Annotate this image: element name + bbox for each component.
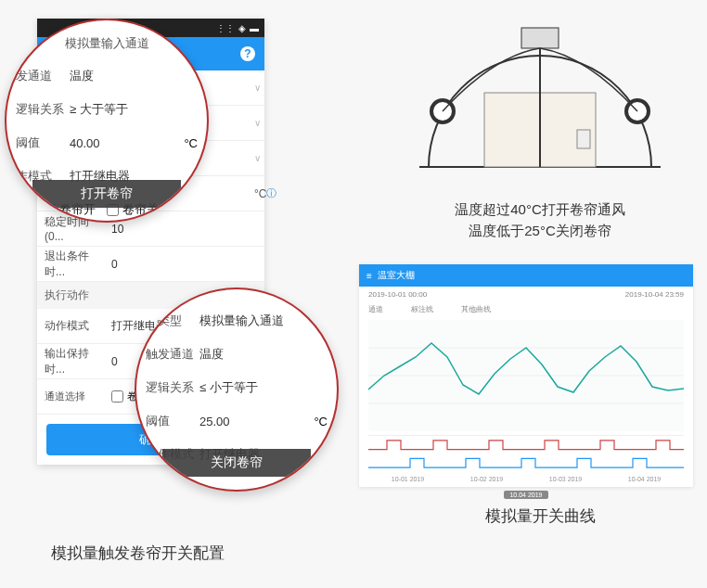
control-other: 其他曲线 <box>461 304 491 314</box>
info-icon[interactable]: ⓘ <box>266 186 276 200</box>
help-icon[interactable]: ? <box>240 46 255 61</box>
menu-icon[interactable]: ≡ <box>366 271 372 281</box>
lens2-source-value: 模拟量输入通道 <box>199 313 328 329</box>
lens-logic-label: 逻辑关系 <box>16 101 70 118</box>
lens2-logic-label: 逻辑关系 <box>146 379 199 396</box>
date-end[interactable]: 2019-10-04 23:59 <box>625 290 684 299</box>
description-text: 温度超过40°C打开卷帘通风 温度低于25°C关闭卷帘 <box>401 199 679 241</box>
chevron-down-icon[interactable]: ∨ <box>254 83 261 93</box>
signal-icon: ⋮⋮ <box>216 23 235 33</box>
open-checkbox[interactable] <box>111 390 123 403</box>
magnify-lens-close: 源类型模拟量输入通道 触发通道温度 逻辑关系≤ 小于等于 阈值25.00°C 动… <box>135 288 339 492</box>
wifi-icon: ◈ <box>238 23 246 33</box>
chart-header: ≡ 温室大棚 <box>359 264 693 287</box>
stable-time-row: 稳定时间(0... <box>37 211 264 247</box>
control-marker: 标注线 <box>411 304 433 314</box>
threshold-unit: °C <box>254 187 266 200</box>
x-tick: 10-04 2019 <box>628 476 661 482</box>
lens-threshold-value: 40.00 <box>70 136 184 150</box>
battery-icon: ▬ <box>250 23 259 33</box>
mode-label: 动作模式 <box>45 318 108 334</box>
lens-channel-label: 发通道 <box>16 68 70 84</box>
x-tick: 10-02 2019 <box>470 476 503 482</box>
chevron-down-icon[interactable]: ∨ <box>254 153 261 163</box>
digital-chart[interactable] <box>368 435 684 472</box>
lens-caption-close: 关闭卷帘 <box>162 449 311 477</box>
greenhouse-diagram <box>401 19 679 185</box>
lens2-threshold-label: 阈值 <box>146 413 199 429</box>
lens2-threshold-unit: °C <box>314 415 328 428</box>
line-chart[interactable] <box>368 320 684 431</box>
x-tick: 10-01 2019 <box>392 476 424 482</box>
chart-caption: 模拟量开关曲线 <box>401 505 679 527</box>
lens-threshold-label: 阈值 <box>16 134 70 151</box>
svg-rect-7 <box>521 28 559 48</box>
chevron-down-icon[interactable]: ∨ <box>254 118 261 128</box>
control-channel: 通道 <box>368 304 383 314</box>
lens-threshold-unit: °C <box>184 136 198 150</box>
lens2-channel-label: 触发通道 <box>146 346 199 363</box>
lens2-threshold-value: 25.00 <box>199 415 314 428</box>
lens-logic-value: ≥ 大于等于 <box>70 101 198 118</box>
channel-select-label: 通道选择 <box>45 390 108 403</box>
exit-label: 退出条件时... <box>45 249 108 280</box>
chart-title: 温室大棚 <box>378 269 415 282</box>
desc-line1: 温度超过40°C打开卷帘通风 <box>401 199 679 221</box>
hold-label: 输出保持时... <box>45 346 108 377</box>
date-start[interactable]: 2019-10-01 00:00 <box>368 290 427 299</box>
svg-rect-8 <box>577 130 590 148</box>
exit-input[interactable] <box>108 254 257 275</box>
tooltip-date: 10.04 2019 <box>504 491 547 499</box>
config-caption: 模拟量触发卷帘开关配置 <box>51 543 225 564</box>
magnify-lens-open: 模拟量输入通道 发通道温度 逻辑关系≥ 大于等于 阈值40.00°C 作模式打开… <box>5 19 209 223</box>
x-tick: 10-03 2019 <box>549 476 582 482</box>
chart-panel: ≡ 温室大棚 2019-10-01 00:00 2019-10-04 23:59… <box>359 264 693 487</box>
stable-time-input[interactable] <box>108 219 257 239</box>
lens-caption-open: 打开卷帘 <box>32 180 181 208</box>
lens2-channel-value: 温度 <box>199 346 328 363</box>
exit-row: 退出条件时... <box>37 247 264 282</box>
lens-channel-value: 温度 <box>70 68 198 84</box>
desc-line2: 温度低于25°C关闭卷帘 <box>401 221 679 242</box>
lens2-logic-value: ≤ 小于等于 <box>199 379 328 396</box>
